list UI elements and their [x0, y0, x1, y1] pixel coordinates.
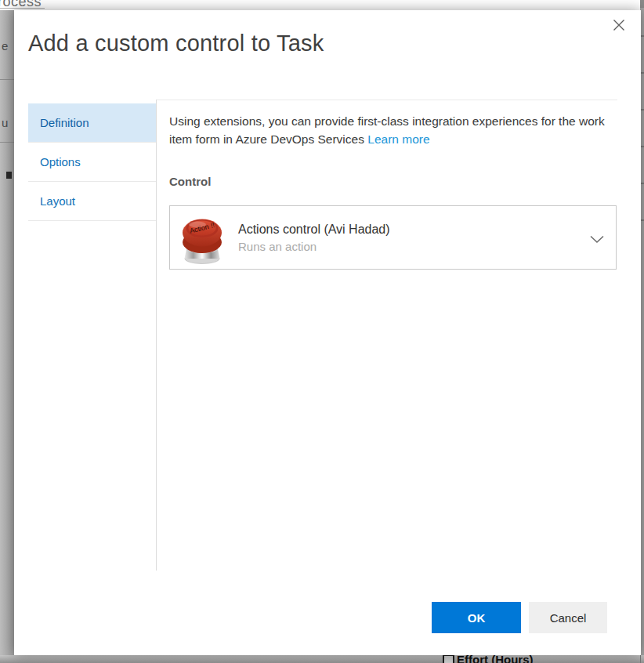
ok-button[interactable]: OK	[432, 602, 521, 633]
dropdown-option-subtitle: Runs an action	[238, 240, 390, 253]
action-button-icon: Action !!	[174, 209, 230, 266]
background-line	[0, 79, 14, 80]
background-bottom-strip: Effort (Hours)	[0, 655, 644, 663]
close-icon	[610, 16, 628, 36]
background-text-fragment: e	[2, 39, 8, 53]
field-icon	[443, 655, 454, 663]
tab-list: Definition Options Layout	[28, 103, 156, 221]
tab-layout[interactable]: Layout	[28, 182, 156, 221]
background-text-fragment: u	[2, 116, 8, 129]
background-top-strip: rocess	[0, 0, 644, 10]
background-partial-heading: rocess	[0, 0, 42, 10]
background-divider	[0, 8, 45, 9]
background-field-label: Effort (Hours)	[457, 655, 534, 663]
chevron-down-icon	[590, 233, 604, 247]
background-line	[640, 655, 641, 663]
background-edge	[640, 0, 644, 8]
dropdown-selected-option: Actions control (Avi Hadad) Runs an acti…	[238, 223, 390, 253]
description-text: Using extensions, you can provide first-…	[169, 112, 613, 148]
learn-more-link[interactable]: Learn more	[367, 132, 429, 146]
dialog-title: Add a custom control to Task	[28, 31, 324, 56]
dropdown-option-title: Actions control (Avi Hadad)	[238, 223, 390, 237]
tab-definition[interactable]: Definition	[28, 103, 156, 143]
horizontal-divider	[157, 100, 617, 100]
background-left-strip: e u	[0, 10, 14, 663]
vertical-divider	[156, 100, 157, 571]
control-field-label: Control	[169, 175, 211, 188]
tab-options[interactable]: Options	[28, 143, 156, 182]
screen: rocess e u Effort (Hours) Add a custom c…	[0, 0, 644, 663]
cancel-button[interactable]: Cancel	[529, 602, 607, 633]
control-dropdown[interactable]: Action !! Actions control (Avi Hadad) Ru…	[169, 205, 617, 270]
background-icon-fragment	[6, 172, 12, 179]
add-custom-control-dialog: Add a custom control to Task Definition …	[14, 10, 641, 655]
close-button[interactable]	[608, 15, 630, 37]
background-line	[0, 142, 14, 143]
